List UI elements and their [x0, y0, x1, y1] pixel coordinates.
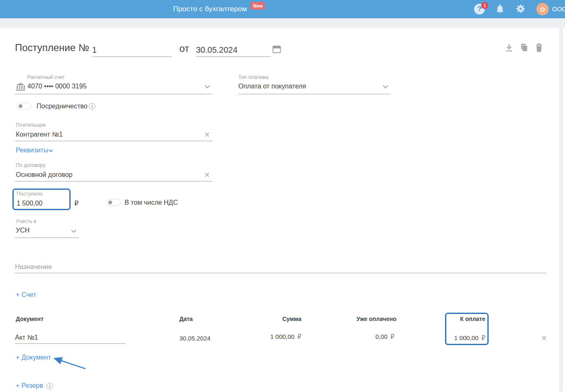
column-header-amount: Сумма	[232, 316, 301, 322]
ruble-symbol: ₽	[481, 334, 485, 341]
info-icon[interactable]: i	[46, 383, 53, 390]
header-title-wrap: Просто с бухгалтером New	[173, 0, 265, 18]
annotation-arrow-icon	[49, 354, 90, 371]
column-header-due: К оплате	[449, 316, 485, 322]
app-root: Просто с бухгалтером New ? 1 O ООО	[0, 0, 565, 392]
download-icon[interactable]	[505, 43, 514, 54]
header-bar: Просто с бухгалтером New ? 1 O ООО	[0, 0, 565, 18]
date-from-label: от	[179, 43, 189, 54]
column-header-document: Документ	[16, 316, 44, 322]
payer-underline	[15, 141, 213, 141]
column-header-paid: Уже оплачено	[328, 316, 396, 322]
document-date-input[interactable]	[196, 44, 271, 57]
tax-regime-select[interactable]: УСН	[16, 227, 29, 234]
add-document-link[interactable]: + Документ	[16, 354, 51, 361]
page-background-strip	[0, 18, 565, 28]
column-header-date: Дата	[179, 316, 193, 322]
received-amount-input[interactable]: 1 500,00	[17, 200, 42, 207]
chevron-down-icon	[383, 83, 388, 88]
contract-underline	[15, 181, 213, 181]
ruble-symbol: ₽	[297, 333, 301, 340]
new-badge: New	[251, 2, 265, 10]
app-title: Просто с бухгалтером	[173, 5, 247, 13]
row-amount: 1 000,00₽	[232, 333, 301, 341]
payment-type-label: Тип платежа	[238, 74, 269, 80]
vat-label: В том числе НДС	[125, 199, 178, 206]
chevron-down-icon	[205, 83, 210, 88]
row-document-input[interactable]	[15, 331, 126, 344]
account-underline	[15, 94, 213, 94]
vat-toggle[interactable]	[106, 199, 121, 206]
contract-label: По договору	[16, 162, 45, 168]
avatar[interactable]: O	[536, 3, 549, 15]
document-number-input[interactable]	[92, 44, 172, 57]
account-select[interactable]: 4070 •••• 0000 3195	[27, 83, 87, 90]
payer-input[interactable]: Контрагент №1	[16, 131, 63, 138]
add-reserve-link[interactable]: + Резерв	[16, 382, 43, 390]
help-button[interactable]: ? 1	[474, 4, 487, 16]
mediation-toggle[interactable]	[17, 103, 31, 110]
calendar-icon[interactable]	[272, 45, 281, 55]
clear-payer-icon[interactable]: ×	[204, 130, 210, 140]
account-label: Расчетный счет	[27, 74, 65, 80]
remove-row-icon[interactable]: ×	[541, 333, 547, 343]
scrollbar[interactable]	[559, 28, 563, 392]
row-due: 1 000,00₽	[449, 334, 485, 342]
gear-icon[interactable]	[516, 4, 525, 15]
received-label: Поступило	[17, 191, 42, 197]
clear-contract-icon[interactable]: ×	[204, 170, 210, 180]
info-icon[interactable]: i	[89, 103, 95, 110]
chevron-down-icon	[71, 228, 76, 233]
bell-icon[interactable]	[496, 5, 504, 15]
payment-type-underline	[238, 94, 390, 94]
tax-regime-underline	[15, 238, 79, 238]
requisites-link[interactable]: Реквизиты	[16, 147, 48, 154]
row-paid: 0,00₽	[328, 333, 394, 341]
chevron-down-icon	[49, 148, 53, 152]
help-notification-badge: 1	[481, 2, 488, 9]
payment-type-select[interactable]: Оплата от покупателя	[238, 83, 306, 90]
row-date: 30.05.2024	[179, 335, 210, 342]
currency-symbol: ₽	[74, 199, 78, 207]
page-title: Поступление №	[15, 42, 89, 54]
payer-label: Плательщик	[16, 122, 46, 128]
contract-input[interactable]: Основной договор	[16, 171, 73, 179]
add-invoice-link[interactable]: + Счет	[16, 291, 36, 299]
delete-icon[interactable]	[535, 43, 543, 54]
copy-icon[interactable]	[520, 43, 528, 54]
tax-regime-label: Учесть в	[16, 218, 37, 224]
purpose-input[interactable]	[15, 261, 547, 273]
mediation-label: Посредничество	[37, 103, 88, 110]
ruble-symbol: ₽	[390, 333, 394, 340]
bank-icon	[16, 83, 25, 93]
org-name[interactable]: ООО	[552, 5, 565, 12]
